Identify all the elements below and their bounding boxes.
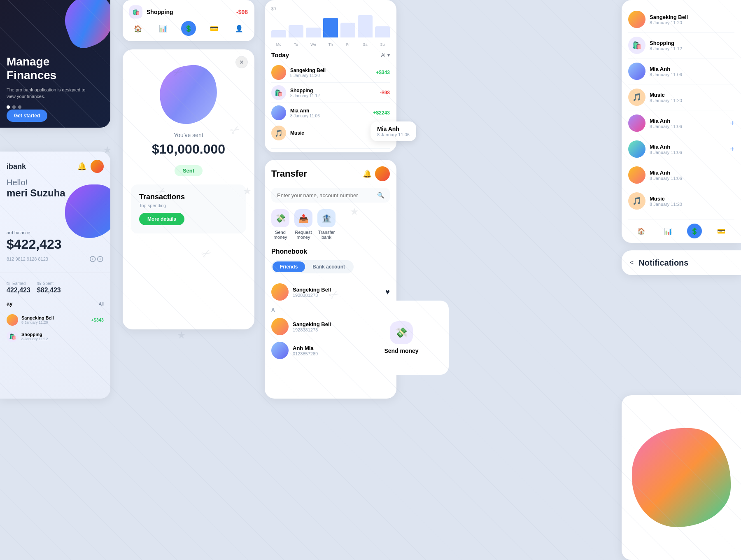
nav-card-icon[interactable]: 💳 bbox=[207, 21, 221, 36]
back-chevron-icon[interactable]: < bbox=[630, 259, 634, 266]
notif-info-sangeking: Sangeking Bell 8 January 11:20 bbox=[650, 14, 734, 25]
tx-day-label: ay bbox=[7, 301, 12, 307]
sangeking-main-name: Sangeking Bell bbox=[290, 68, 372, 73]
mini-transactions: ay All Sangeking Bell 8 January 11:20 +$… bbox=[0, 294, 110, 351]
tx-header: ay All bbox=[7, 301, 104, 307]
bell-icon[interactable]: 🔔 bbox=[77, 162, 86, 171]
card-number-text: 812 9812 9128 8123 bbox=[7, 257, 48, 261]
shopping-tx-name: Shopping bbox=[21, 332, 100, 337]
notif-avatar-music-1: 🎵 bbox=[628, 89, 645, 106]
more-details-button[interactable]: More details bbox=[139, 213, 184, 225]
today-header: Today All ▾ bbox=[271, 51, 390, 58]
user-avatar-small[interactable] bbox=[91, 160, 104, 173]
phonebook-tabs: Friends Bank account bbox=[271, 260, 354, 273]
notif-avatar-music-2: 🎵 bbox=[628, 192, 645, 210]
card-number: 812 9812 9128 8123 ⊙⊙ bbox=[0, 252, 110, 266]
notif-info-mia-3: Mia Anh 8 January 11:06 bbox=[650, 144, 726, 155]
notif-info-shopping: Shopping 8 January 11:12 bbox=[650, 40, 734, 51]
transfer-bank-action[interactable]: 🏦 Transferbank bbox=[317, 209, 336, 240]
decorative-blob bbox=[58, 0, 110, 52]
deco-star-3: ★ bbox=[177, 329, 186, 341]
dot-3[interactable] bbox=[18, 105, 21, 109]
transfer-header-icons: 🔔 bbox=[363, 166, 390, 181]
notif-date-mia-2: 8 January 11:06 bbox=[650, 124, 726, 129]
notif-name-music-2: Music bbox=[650, 196, 734, 202]
tab-bank-account[interactable]: Bank account bbox=[305, 261, 352, 272]
tx-row-sangeking: Sangeking Bell 8 January 11:20 +$343 bbox=[7, 312, 104, 328]
tab-friends[interactable]: Friends bbox=[273, 261, 305, 272]
notif-avatar-shopping: 🛍️ bbox=[628, 37, 645, 54]
get-started-button[interactable]: Get started bbox=[7, 110, 47, 122]
label-sa: Sa bbox=[358, 42, 373, 47]
label-we: We bbox=[306, 42, 321, 47]
dot-1[interactable] bbox=[7, 105, 10, 109]
tx-all-button[interactable]: All bbox=[99, 301, 104, 306]
notif-avatar-mia-1 bbox=[628, 63, 645, 80]
nav-home-icon[interactable]: 🏠 bbox=[130, 21, 145, 36]
all-filter-button[interactable]: All ▾ bbox=[381, 52, 390, 58]
search-input[interactable] bbox=[277, 192, 373, 198]
request-money-label: Requestmoney bbox=[295, 230, 312, 240]
nav-user-icon[interactable]: 👤 bbox=[232, 21, 247, 36]
transfer-bell-icon[interactable]: 🔔 bbox=[363, 169, 372, 178]
mia-note-panel: Mia Anh 8 January 11.06 bbox=[370, 121, 416, 141]
tx-item-sangeking: Sangeking Bell 8 January 11:20 +$343 bbox=[271, 63, 390, 83]
notifications-label-panel: < Notifications bbox=[622, 250, 741, 275]
add-notif-1[interactable]: + bbox=[730, 119, 734, 128]
spent-value: $82,423 bbox=[37, 287, 61, 294]
notif-nav-card[interactable]: 💳 bbox=[714, 224, 729, 238]
mia-note-date: 8 January 11.06 bbox=[377, 132, 410, 137]
transfer-bank-icon: 🏦 bbox=[317, 209, 336, 227]
phonebook-title: Phonebook bbox=[271, 248, 390, 255]
notif-info-mia-4: Mia Anh 8 January 11:06 bbox=[650, 170, 734, 181]
bank-name: ibank bbox=[7, 162, 26, 171]
notif-item-music-2: 🎵 Music 8 January 11:20 bbox=[628, 188, 734, 214]
music-main-info: Music bbox=[290, 130, 376, 136]
sendmoney-label: Send money bbox=[384, 348, 418, 354]
sangeking-main-amount: +$343 bbox=[376, 70, 390, 75]
contact-avatar-2 bbox=[271, 318, 289, 335]
notif-date-mia-3: 8 January 11:06 bbox=[650, 150, 726, 155]
notif-nav-chart[interactable]: 📊 bbox=[661, 224, 676, 238]
send-money-action[interactable]: 💸 Sendmoney bbox=[271, 209, 289, 240]
mia-note-name: Mia Anh bbox=[377, 126, 410, 132]
contact-info-1: Sangeking Bell 1928381273 bbox=[293, 287, 381, 298]
intro-panel: ManageFinances The pro bank application … bbox=[0, 0, 110, 128]
notif-nav-dollar[interactable]: 💲 bbox=[687, 224, 702, 238]
dot-2[interactable] bbox=[12, 105, 16, 109]
label-mo: Mo bbox=[271, 42, 286, 47]
shopping-main-avatar: 🛍️ bbox=[271, 85, 286, 100]
contact-num-1: 1928381273 bbox=[293, 293, 381, 298]
mia-main-date: 8 January 11:06 bbox=[290, 114, 369, 118]
shopping-name: Shopping bbox=[147, 9, 232, 15]
chevron-down-icon: ▾ bbox=[387, 52, 390, 58]
transfer-user-avatar[interactable] bbox=[375, 166, 390, 181]
nav-dollar-icon[interactable]: 💲 bbox=[181, 21, 196, 36]
transactions-section-title: Transactions bbox=[139, 193, 238, 201]
shopping-info: Shopping 8 January 11:12 bbox=[21, 332, 100, 341]
notif-name-sangeking: Sangeking Bell bbox=[650, 14, 734, 20]
request-money-action[interactable]: 📤 Requestmoney bbox=[294, 209, 312, 240]
label-th: Th bbox=[323, 42, 338, 47]
nav-bar: 🏠 📊 💲 💳 👤 bbox=[129, 21, 248, 36]
notifications-label: Notifications bbox=[638, 258, 688, 268]
chart-labels: Mo Tu We Th Fr Sa Su bbox=[271, 42, 390, 47]
sent-blob bbox=[155, 61, 222, 128]
notif-name-mia-2: Mia Anh bbox=[650, 118, 726, 124]
shopping-icon: 🛍️ bbox=[129, 5, 142, 19]
nav-chart-icon[interactable]: 📊 bbox=[156, 21, 170, 36]
notif-date-shopping: 8 January 11:12 bbox=[650, 46, 734, 51]
search-icon: 🔍 bbox=[377, 192, 384, 198]
shopping-amount: -$98 bbox=[236, 9, 248, 15]
add-notif-2[interactable]: + bbox=[730, 145, 734, 154]
shopping-main-info: Shopping 8 January 11:12 bbox=[290, 88, 376, 98]
shopping-panel: 🛍️ Shopping -$98 🏠 📊 💲 💳 👤 bbox=[123, 0, 254, 41]
notif-avatar-mia-3 bbox=[628, 140, 645, 158]
sent-amount: $10,000.000 bbox=[123, 142, 254, 157]
favorite-icon-1[interactable]: ♥ bbox=[385, 288, 390, 296]
close-button[interactable]: ✕ bbox=[235, 56, 248, 68]
mia-main-name: Mia Anh bbox=[290, 108, 369, 114]
sangeking-main-info: Sangeking Bell 8 January 11:20 bbox=[290, 68, 372, 78]
shopping-main-date: 8 January 11:12 bbox=[290, 93, 376, 98]
notif-nav-home[interactable]: 🏠 bbox=[634, 224, 649, 238]
